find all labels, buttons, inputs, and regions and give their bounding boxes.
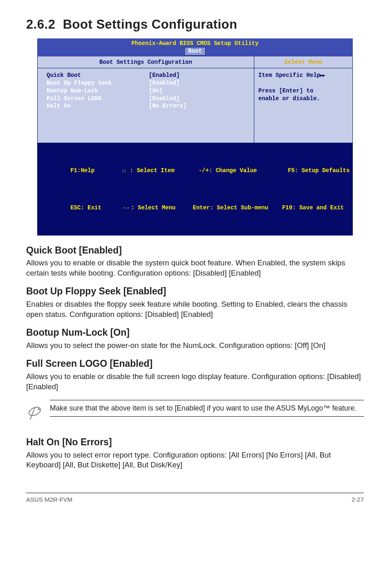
- bios-tab-row: Boot: [37, 47, 353, 56]
- text-numlock: Allows you to select the power-on state …: [26, 341, 364, 350]
- heading-floppy-seek: Boot Up Floppy Seek [Enabled]: [26, 285, 364, 298]
- updown-arrow-icon: ↑↓: [122, 168, 126, 173]
- hint-change-value: -/+: Change Value: [199, 167, 257, 174]
- hint-select-item: : Select Item: [126, 167, 175, 174]
- setting-bootup-num-lock[interactable]: Bootup Num-Lock [On]: [47, 87, 248, 95]
- hint-f10: F10: Save and Exit: [282, 204, 344, 211]
- bios-title-bar: Phoenix-Award BIOS CMOS Setup Utility: [37, 38, 353, 47]
- hint-f5: F5: Setup Defaults: [288, 167, 350, 174]
- hint-f1: F1:Help: [70, 167, 94, 174]
- bios-right-title: Select Menu: [254, 56, 352, 68]
- setting-full-screen-logo[interactable]: Full Screen LOGO [Enabled]: [47, 95, 248, 103]
- section-heading: 2.6.2 Boot Settings Configuration: [26, 16, 364, 33]
- hint-esc: ESC: Exit: [70, 204, 101, 211]
- note-container: Make sure that the above item is set to …: [26, 400, 364, 424]
- heading-full-screen-logo: Full Screen LOGO [Enabled]: [26, 358, 364, 370]
- heading-halt-on: Halt On [No Errors]: [26, 436, 364, 449]
- bios-panel: Phoenix-Award BIOS CMOS Setup Utility Bo…: [37, 38, 353, 235]
- hint-enter: Enter: Select Sub-menu: [193, 204, 269, 211]
- note-text: Make sure that the above item is set to …: [50, 400, 364, 417]
- hint-select-menu: : Select Menu: [131, 204, 175, 211]
- bios-left-pane: Boot Settings Configuration Quick Boot […: [38, 56, 254, 143]
- heading-quick-boot: Quick Boot [Enabled]: [26, 245, 364, 257]
- leftright-arrow-icon: →←: [122, 205, 131, 210]
- svg-point-0: [28, 405, 42, 417]
- text-floppy-seek: Enables or disables the floppy seek feat…: [26, 299, 364, 319]
- bios-settings-list: Quick Boot [Enabled] Boot Up Floppy Seek…: [38, 68, 254, 143]
- text-full-screen-logo: Allows you to enable or disable the full…: [26, 372, 364, 392]
- setting-quick-boot[interactable]: Quick Boot [Enabled]: [47, 72, 248, 79]
- setting-halt-on[interactable]: Halt On [No Errors]: [47, 102, 248, 110]
- note-icon: [26, 400, 50, 424]
- footer-product: ASUS M2R-FVM: [26, 496, 72, 504]
- help-arrow-icon: ▸▸: [320, 72, 325, 78]
- bios-tab-boot[interactable]: Boot: [184, 47, 206, 55]
- bios-help-text: Item Specific Help▸▸ Press [Enter] to en…: [254, 68, 352, 106]
- page-footer: ASUS M2R-FVM 2-27: [26, 493, 364, 504]
- setting-boot-up-floppy-seek[interactable]: Boot Up Floppy Seek [Enabled]: [47, 79, 248, 87]
- bios-footer: F1:Help ↑↓ : Select Item -/+: Change Val…: [37, 143, 353, 235]
- svg-point-2: [38, 408, 40, 411]
- page: 2.6.2 Boot Settings Configuration Phoeni…: [0, 0, 390, 516]
- footer-page-number: 2-27: [352, 496, 364, 504]
- bios-body: Boot Settings Configuration Quick Boot […: [37, 56, 353, 144]
- bios-right-pane: Select Menu Item Specific Help▸▸ Press […: [254, 56, 352, 143]
- heading-numlock: Bootup Num-Lock [On]: [26, 327, 364, 339]
- bios-left-title: Boot Settings Configuration: [38, 56, 254, 68]
- text-quick-boot: Allows you to enable or disable the syst…: [26, 258, 364, 278]
- text-halt-on: Allows you to select error report type. …: [26, 450, 364, 470]
